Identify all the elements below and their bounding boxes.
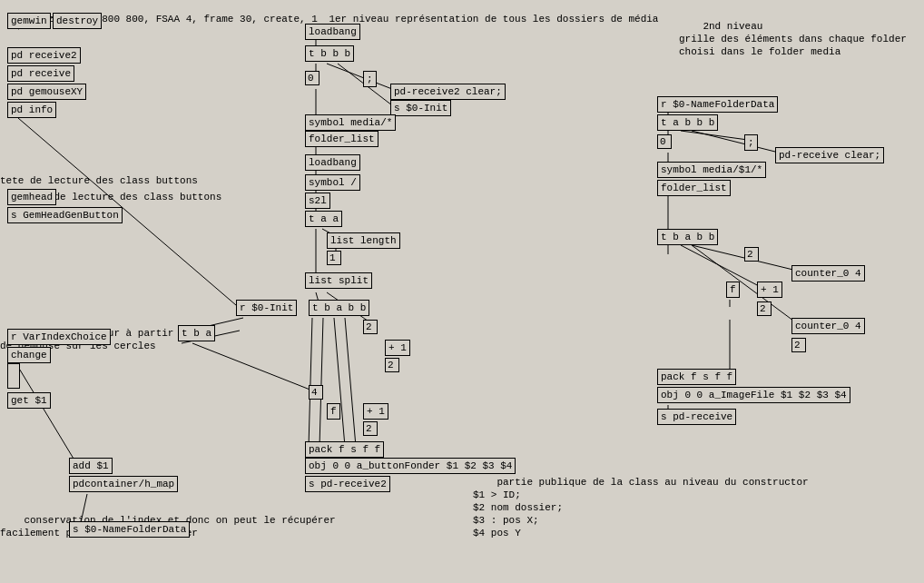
pdreceive2clear-box[interactable]: pd-receive2 clear; xyxy=(390,84,506,100)
pdcontainer-box[interactable]: pdcontainer/h_map xyxy=(69,476,178,492)
svg-line-21 xyxy=(681,131,748,140)
plus1-1-box[interactable]: + 1 xyxy=(385,340,410,356)
num2-3-box[interactable]: 2 xyxy=(757,301,772,316)
symbolmedia-box[interactable]: symbol media/* xyxy=(305,114,396,131)
num4-box[interactable]: 4 xyxy=(309,385,323,400)
pd-receive2-box[interactable]: pd receive2 xyxy=(7,47,81,64)
tabbbb-box[interactable]: t a b b b xyxy=(657,114,718,131)
s-gemheadgenbutton-box[interactable]: s GemHeadGenButton xyxy=(7,207,123,223)
folderlist1-box[interactable]: folder_list xyxy=(305,131,378,147)
counter0a-box[interactable]: counter_0 4 xyxy=(791,265,865,282)
s2l-box[interactable]: s2l xyxy=(305,193,330,209)
listlength-box[interactable]: list length xyxy=(327,232,400,249)
svg-line-3 xyxy=(327,64,392,89)
num2-2-box[interactable]: 2 xyxy=(744,247,759,262)
num2c-box[interactable]: 2 xyxy=(363,421,378,436)
svg-line-40 xyxy=(319,318,323,447)
pd-canvas: reset, dimen 800 800, FSAA 4, frame 30, … xyxy=(0,0,924,583)
symbolmedia2-box[interactable]: symbol media/$1/* xyxy=(657,162,766,178)
r0init-box[interactable]: r $0-Init xyxy=(236,300,297,316)
taa-box[interactable]: t a a xyxy=(305,211,342,227)
semi2-box[interactable]: ; xyxy=(744,134,758,151)
num2-4-box[interactable]: 2 xyxy=(791,338,806,352)
s0init1-box[interactable]: s $0-Init xyxy=(390,100,451,116)
num2-box[interactable]: 2 xyxy=(363,320,378,334)
packfsff2-box[interactable]: pack f s f f xyxy=(657,369,736,385)
plus1-3-box[interactable]: + 1 xyxy=(757,282,782,298)
packfsff1-box[interactable]: pack f s f f xyxy=(305,441,384,458)
svg-line-22 xyxy=(692,131,779,153)
loadbang2-box[interactable]: loadbang xyxy=(305,154,360,171)
gemhead-box[interactable]: gemhead xyxy=(7,189,56,205)
num2b-box[interactable]: 2 xyxy=(385,358,399,372)
s-namefolderdata-box[interactable]: s $0-NameFolderData xyxy=(69,521,190,538)
counter0b-box[interactable]: counter_0 4 xyxy=(791,318,865,334)
num0-2-box[interactable]: 0 xyxy=(657,134,672,149)
comment-partie-publique: partie publique de la class au niveau du… xyxy=(473,463,809,552)
obj2-box[interactable]: obj 0 0 a_ImageFile $1 $2 $3 $4 xyxy=(657,387,850,403)
symbol-slash-box[interactable]: symbol / xyxy=(305,174,360,191)
pdreceiveclear-box[interactable]: pd-receive clear; xyxy=(775,147,884,163)
get1-box[interactable]: get $1 xyxy=(7,392,51,409)
folderlist2-box[interactable]: folder_list xyxy=(657,180,731,196)
obj1-box[interactable]: obj 0 0 a_buttonFonder $1 $2 $3 $4 xyxy=(305,458,516,474)
destroy-box[interactable]: destroy xyxy=(53,13,102,29)
f2-box[interactable]: f xyxy=(726,282,740,298)
num1-box[interactable]: 1 xyxy=(327,251,341,265)
svg-line-41 xyxy=(334,318,345,447)
pd-gemousexy-box[interactable]: pd gemouseXY xyxy=(7,84,86,100)
svg-line-39 xyxy=(309,318,312,447)
change-box[interactable]: change xyxy=(7,347,51,363)
pd-info-box[interactable]: pd info xyxy=(7,102,56,118)
svg-line-42 xyxy=(345,318,356,447)
comment-2nd-niveau: 2nd niveaugrille des éléments dans chaqu… xyxy=(679,7,907,71)
listsplit-box[interactable]: list split xyxy=(305,272,372,289)
r-varindexchoice-box[interactable]: r VarIndexChoice xyxy=(7,329,111,345)
tbbb1-box[interactable]: t b b b xyxy=(305,45,354,62)
svg-line-38 xyxy=(192,343,312,390)
svg-line-34 xyxy=(18,367,76,463)
gemwin-box[interactable]: gemwin xyxy=(7,13,51,29)
tbabb2-box[interactable]: t b a b b xyxy=(657,229,718,245)
tbabb1-box[interactable]: t b a b b xyxy=(309,300,369,316)
plus1-2-box[interactable]: + 1 xyxy=(363,403,388,420)
r-namefolderdata-box[interactable]: r $0-NameFolderData xyxy=(657,96,778,113)
add1-box[interactable]: add $1 xyxy=(69,458,113,474)
slider-widget[interactable] xyxy=(7,363,20,389)
comment-tete-inline: tete de lecture des class buttons xyxy=(0,174,198,187)
num0-1-box[interactable]: 0 xyxy=(305,71,319,85)
semi1-box[interactable]: ; xyxy=(363,71,377,87)
tba-box[interactable]: t b a xyxy=(178,325,215,341)
loadbang1-box[interactable]: loadbang xyxy=(305,24,360,40)
spdreceive-box[interactable]: s pd-receive xyxy=(657,409,736,425)
f1-box[interactable]: f xyxy=(327,403,340,420)
pd-receive-box[interactable]: pd receive xyxy=(7,65,74,82)
spdreceive2-box[interactable]: s pd-receive2 xyxy=(305,476,390,492)
